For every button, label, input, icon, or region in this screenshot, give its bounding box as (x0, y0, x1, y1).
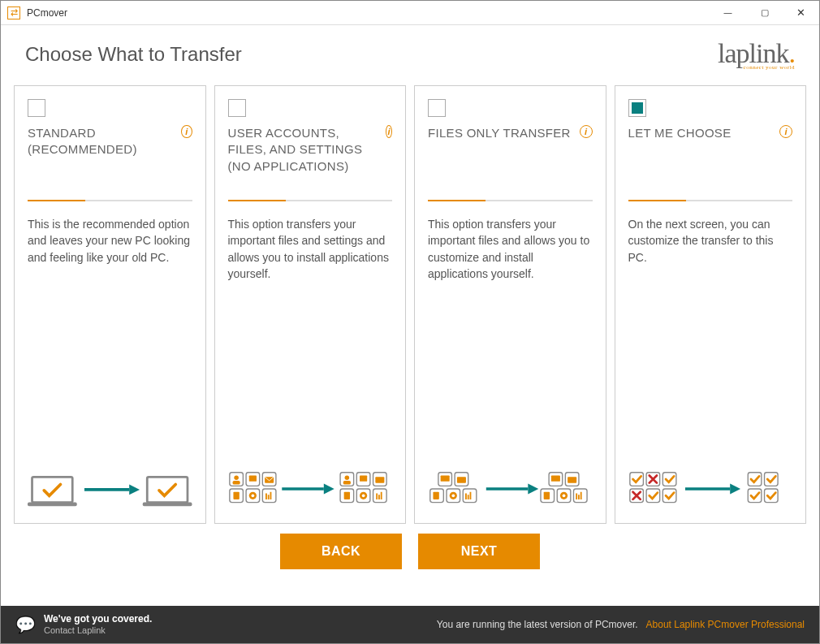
option-description: This is the recommended option and leave… (28, 216, 192, 266)
svg-marker-45 (528, 484, 538, 495)
option-graphic-let-me-choose (628, 465, 793, 513)
option-title: LET ME CHOOSE (628, 125, 780, 197)
svg-point-12 (234, 475, 239, 480)
svg-rect-39 (441, 475, 450, 481)
svg-rect-52 (568, 477, 576, 482)
svg-rect-13 (232, 481, 240, 485)
info-icon[interactable] (181, 125, 192, 138)
app-icon (7, 6, 20, 19)
divider (28, 200, 192, 201)
svg-rect-4 (147, 477, 188, 502)
brand-logo: laplink. connect your world (718, 38, 795, 71)
option-graphic-user-accounts (228, 465, 393, 513)
svg-rect-40 (457, 477, 466, 482)
svg-rect-41 (433, 492, 438, 499)
support-line1: We've got you covered. (44, 613, 152, 625)
page-title: Choose What to Transfer (25, 43, 242, 66)
option-graphic-files-only (428, 465, 593, 513)
option-card-user-accounts[interactable]: USER ACCOUNTS, FILES, AND SETTINGS (NO A… (214, 85, 407, 524)
info-icon[interactable] (779, 125, 792, 138)
svg-rect-29 (360, 475, 367, 481)
svg-rect-50 (573, 489, 587, 503)
svg-point-18 (251, 494, 254, 497)
window-maximize-button[interactable] (746, 1, 783, 25)
chat-icon[interactable]: 💬 (15, 615, 36, 634)
svg-rect-28 (343, 481, 350, 485)
svg-point-43 (451, 494, 455, 497)
back-button[interactable]: BACK (280, 534, 402, 569)
window-titlebar: PCmover (1, 1, 819, 25)
option-graphic-standard (28, 465, 192, 513)
divider (628, 200, 793, 201)
option-checkbox-let-me-choose[interactable] (628, 99, 646, 117)
option-description: On the next screen, you can customize th… (628, 216, 793, 266)
option-description: This option transfers your important fil… (428, 216, 593, 282)
svg-rect-1 (28, 503, 77, 507)
support-block[interactable]: We've got you covered. Contact Laplink (44, 613, 152, 636)
divider (228, 200, 393, 201)
info-icon[interactable] (386, 125, 392, 138)
svg-point-27 (344, 475, 349, 480)
svg-marker-63 (730, 484, 740, 495)
svg-marker-3 (129, 484, 140, 495)
next-button[interactable]: NEXT (418, 534, 540, 569)
svg-rect-53 (544, 492, 550, 499)
option-title: FILES ONLY TRANSFER (428, 125, 580, 197)
option-card-files-only[interactable]: FILES ONLY TRANSFER This option transfer… (414, 85, 606, 524)
window-title: PCmover (27, 7, 67, 19)
window-minimize-button[interactable] (710, 1, 746, 25)
option-description: This option transfers your important fil… (228, 216, 393, 282)
window-close-button[interactable] (783, 1, 819, 25)
svg-rect-31 (343, 492, 349, 499)
option-checkbox-files-only[interactable] (428, 99, 446, 117)
option-title: USER ACCOUNTS, FILES, AND SETTINGS (NO A… (228, 125, 386, 197)
nav-button-row: BACK NEXT (1, 534, 819, 569)
svg-rect-5 (143, 503, 192, 507)
about-link[interactable]: About Laplink PCmover Professional (646, 619, 805, 630)
option-checkbox-user-accounts[interactable] (228, 99, 246, 117)
option-title: STANDARD (RECOMMENDED) (28, 125, 181, 197)
svg-rect-0 (32, 477, 73, 502)
svg-rect-38 (463, 489, 477, 503)
option-card-let-me-choose[interactable]: LET ME CHOOSE On the next screen, you ca… (615, 85, 807, 524)
svg-rect-16 (233, 492, 239, 499)
svg-point-33 (361, 494, 365, 497)
svg-marker-20 (323, 484, 334, 495)
page-header: Choose What to Transfer laplink. connect… (1, 25, 819, 80)
svg-rect-14 (248, 475, 256, 481)
option-checkbox-standard[interactable] (28, 99, 45, 117)
svg-rect-51 (551, 475, 560, 481)
svg-rect-30 (375, 477, 384, 482)
svg-point-55 (563, 494, 566, 497)
info-icon[interactable] (580, 125, 593, 138)
version-status: You are running the latest version of PC… (437, 619, 638, 630)
footer-bar: 💬 We've got you covered. Contact Laplink… (1, 606, 819, 643)
divider (428, 200, 593, 201)
transfer-options-row: STANDARD (RECOMMENDED) This is the recom… (1, 80, 819, 524)
support-line2: Contact Laplink (44, 625, 152, 636)
option-card-standard[interactable]: STANDARD (RECOMMENDED) This is the recom… (14, 85, 206, 524)
